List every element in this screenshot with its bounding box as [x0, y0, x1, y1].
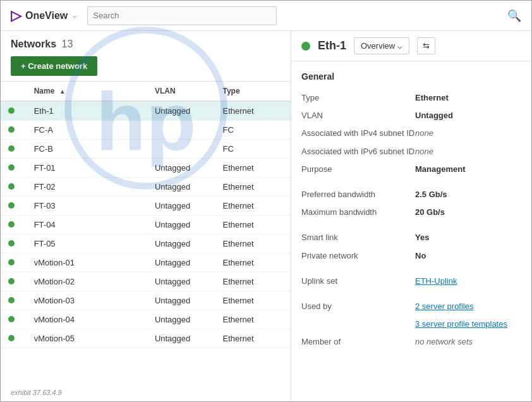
detail-field-value: none: [415, 143, 521, 161]
detail-field-label: Associated with IPv6 subnet ID: [301, 143, 415, 161]
detail-field-label: VLAN: [301, 107, 415, 125]
row-name: FT-01: [27, 159, 147, 178]
row-name: vMotion-04: [27, 310, 147, 329]
status-dot: [8, 164, 15, 171]
status-dot: [8, 202, 15, 209]
status-dot: [8, 278, 15, 284]
networks-table-wrap: Name ▲ VLAN Type Eth-1UntaggedEthernetFC…: [1, 82, 291, 401]
status-dot: [8, 221, 15, 228]
overview-button[interactable]: Overview ⌵: [354, 37, 409, 54]
exhibit-text: exhibit 37.63.4.9: [11, 389, 62, 396]
status-dot: [8, 183, 15, 190]
row-vlan: Untagged: [147, 253, 215, 272]
panel-header: Networks 13 + Create network: [1, 31, 291, 82]
row-vlan: Untagged: [147, 178, 215, 197]
table-row[interactable]: vMotion-02UntaggedEthernet: [1, 272, 291, 291]
detail-field-label: Used by: [301, 298, 415, 333]
detail-panel: Eth-1 Overview ⌵ ⇆ General TypeEthernetV…: [291, 31, 531, 401]
status-dot: [8, 107, 15, 114]
networks-table: Name ▲ VLAN Type Eth-1UntaggedEthernetFC…: [1, 82, 291, 348]
actions-button[interactable]: ⇆: [417, 37, 435, 54]
table-row[interactable]: FC-BFC: [1, 140, 291, 159]
row-vlan: Untagged: [147, 310, 215, 329]
row-name: FT-02: [27, 178, 147, 197]
panel-count: 13: [61, 39, 73, 49]
detail-field-value-line2[interactable]: 3 server profile templates: [415, 315, 521, 333]
detail-field-value: no network sets: [415, 333, 521, 351]
detail-grid: TypeEthernetVLANUntaggedAssociated with …: [301, 89, 521, 351]
row-type: Ethernet: [215, 197, 291, 216]
row-vlan: Untagged: [147, 234, 215, 253]
table-row[interactable]: FT-03UntaggedEthernet: [1, 197, 291, 216]
row-type: Ethernet: [215, 159, 291, 178]
row-type: Ethernet: [215, 101, 291, 121]
detail-divider: [301, 265, 521, 272]
table-row[interactable]: vMotion-04UntaggedEthernet: [1, 310, 291, 329]
row-status-cell: [1, 234, 27, 253]
main-window: hp ▷ OneView ⌵ 🔍 Networks 13 + Create ne…: [0, 0, 532, 402]
section-title: General: [301, 71, 521, 82]
detail-field-label: Private network: [301, 247, 415, 265]
row-status-cell: [1, 253, 27, 272]
detail-field-value[interactable]: ETH-Uplink: [415, 272, 521, 290]
detail-divider: [301, 290, 521, 298]
logo-caret-icon[interactable]: ⌵: [73, 11, 77, 20]
logo-text: OneView: [25, 10, 68, 21]
col-header-vlan[interactable]: VLAN: [147, 82, 215, 101]
detail-status-dot: [301, 42, 310, 51]
row-name: FC-A: [27, 121, 147, 140]
row-vlan: Untagged: [147, 272, 215, 291]
panel-title: Networks 13: [11, 39, 281, 50]
col-header-indicator: [1, 82, 27, 101]
row-status-cell: [1, 216, 27, 234]
table-row[interactable]: vMotion-03UntaggedEthernet: [1, 291, 291, 310]
detail-field-value: none: [415, 125, 521, 142]
detail-field-value-line[interactable]: 2 server profiles: [415, 298, 521, 315]
status-dot: [8, 297, 15, 303]
table-row[interactable]: FT-05UntaggedEthernet: [1, 234, 291, 253]
detail-header: Eth-1 Overview ⌵ ⇆: [291, 31, 531, 61]
row-vlan: Untagged: [147, 216, 215, 234]
detail-field-value: 2 server profiles3 server profile templa…: [415, 298, 521, 333]
table-row[interactable]: vMotion-01UntaggedEthernet: [1, 253, 291, 272]
col-header-name[interactable]: Name ▲: [27, 82, 147, 101]
status-dot: [8, 240, 15, 247]
col-header-type[interactable]: Type: [215, 82, 291, 101]
table-row[interactable]: Eth-1UntaggedEthernet: [1, 101, 291, 121]
row-name: FT-03: [27, 197, 147, 216]
search-icon[interactable]: 🔍: [507, 9, 521, 23]
main-content: Networks 13 + Create network Name ▲ VLAN…: [1, 31, 531, 401]
row-status-cell: [1, 197, 27, 216]
search-input[interactable]: [87, 6, 277, 25]
row-vlan: Untagged: [147, 291, 215, 310]
detail-field-value: Untagged: [415, 107, 521, 125]
row-status-cell: [1, 291, 27, 310]
logo-area: ▷ OneView ⌵: [11, 8, 77, 24]
row-type: FC: [215, 121, 291, 140]
row-name: FT-05: [27, 234, 147, 253]
row-type: Ethernet: [215, 291, 291, 310]
detail-field-value: Yes: [415, 229, 521, 247]
row-type: FC: [215, 140, 291, 159]
table-row[interactable]: vMotion-05UntaggedEthernet: [1, 329, 291, 348]
detail-field-label: Maximum bandwidth: [301, 204, 415, 221]
row-vlan: Untagged: [147, 101, 215, 121]
create-network-button[interactable]: + Create network: [11, 56, 97, 76]
table-header-row: Name ▲ VLAN Type: [1, 82, 291, 101]
status-dot: [8, 126, 15, 133]
row-vlan: Untagged: [147, 197, 215, 216]
app-header: ▷ OneView ⌵ 🔍: [1, 1, 531, 31]
table-row[interactable]: FC-AFC: [1, 121, 291, 140]
row-name: FC-B: [27, 140, 147, 159]
table-row[interactable]: FT-01UntaggedEthernet: [1, 159, 291, 178]
row-status-cell: [1, 329, 27, 348]
table-row[interactable]: FT-02UntaggedEthernet: [1, 178, 291, 197]
table-row[interactable]: FT-04UntaggedEthernet: [1, 216, 291, 234]
row-name: vMotion-03: [27, 291, 147, 310]
panel-title-text: Networks: [11, 39, 56, 49]
networks-panel: Networks 13 + Create network Name ▲ VLAN…: [1, 31, 291, 401]
row-type: Ethernet: [215, 310, 291, 329]
row-vlan: [147, 121, 215, 140]
row-name: vMotion-02: [27, 272, 147, 291]
row-status-cell: [1, 178, 27, 197]
